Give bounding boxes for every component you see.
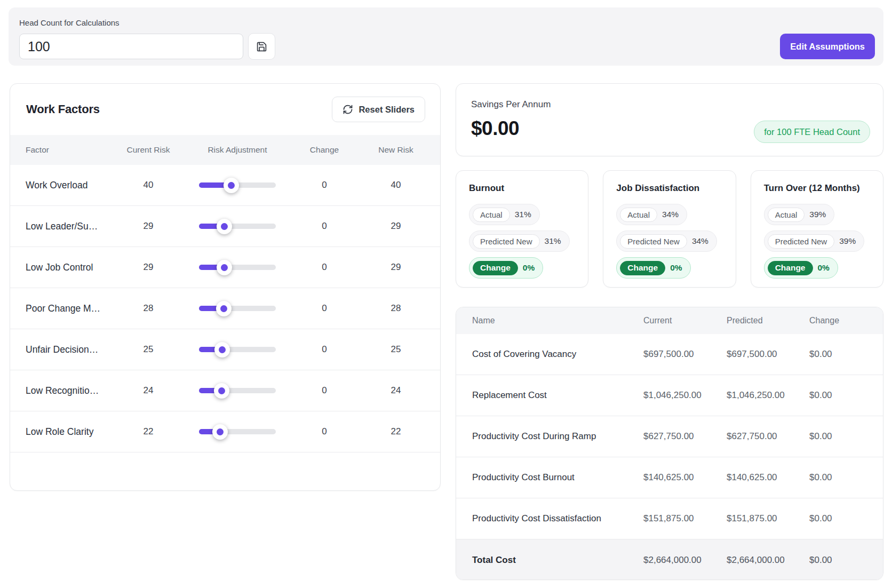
current-risk-value: 22	[119, 426, 178, 437]
risk-adjustment-slider[interactable]	[199, 260, 276, 275]
factor-name: Low Job Control	[10, 262, 119, 273]
actual-pill: Actual 34%	[616, 204, 687, 225]
work-factors-title: Work Factors	[26, 102, 100, 116]
edit-assumptions-button[interactable]: Edit Assumptions	[780, 34, 875, 59]
work-factors-header-row: Factor Curent Risk Risk Adjustment Chang…	[10, 135, 440, 165]
cost-change: $0.00	[809, 555, 883, 566]
metric-card: Job Dissatisfaction Actual 34% Predicted…	[603, 170, 736, 288]
cost-predicted: $2,664,000.00	[727, 555, 809, 566]
cost-change: $0.00	[809, 390, 883, 401]
work-factor-row: Unfair Decision… 25 0 25	[10, 329, 440, 370]
cost-row: Replacement Cost $1,046,250.00 $1,046,25…	[456, 375, 883, 416]
reset-sliders-label: Reset Sliders	[359, 105, 415, 115]
predicted-new-pill: Predicted New 39%	[764, 231, 865, 252]
change-value: 0%	[670, 263, 682, 273]
slider-thumb[interactable]	[217, 219, 232, 234]
actual-tag: Actual	[620, 208, 657, 222]
predicted-new-value: 34%	[692, 236, 708, 246]
col-predicted: Predicted	[727, 316, 809, 325]
change-value: 0%	[818, 263, 830, 273]
risk-adjustment-slider[interactable]	[199, 342, 276, 357]
slider-thumb[interactable]	[214, 342, 230, 357]
col-factor: Factor	[10, 145, 119, 155]
factor-name: Low Leader/Su…	[10, 221, 119, 232]
current-risk-value: 25	[119, 344, 178, 355]
new-risk-value: 29	[352, 262, 440, 273]
savings-card: Savings Per Annum $0.00 for 100 FTE Head…	[456, 83, 883, 156]
change-value: 0%	[523, 263, 535, 273]
metric-card: Turn Over (12 Months) Actual 39% Predict…	[751, 170, 883, 288]
new-risk-value: 25	[352, 344, 440, 355]
reset-sliders-button[interactable]: Reset Sliders	[332, 97, 425, 122]
new-risk-value: 28	[352, 303, 440, 314]
cost-row: Productivity Cost Burnout $140,625.00 $1…	[456, 457, 883, 498]
change-tag: Change	[473, 261, 518, 275]
change-tag: Change	[620, 261, 665, 275]
cost-table-header-row: Name Current Predicted Change	[456, 307, 883, 334]
cost-row: Cost of Covering Vacancy $697,500.00 $69…	[456, 334, 883, 375]
slider-thumb[interactable]	[212, 424, 228, 440]
savings-label: Savings Per Annum	[471, 99, 868, 110]
predicted-new-value: 39%	[839, 236, 856, 246]
col-change: Change	[297, 145, 352, 155]
cost-change: $0.00	[809, 513, 883, 524]
actual-value: 39%	[809, 210, 826, 219]
risk-adjustment-slider[interactable]	[199, 219, 276, 234]
work-factor-row: Poor Change M… 28 0 28	[10, 288, 440, 329]
actual-tag: Actual	[768, 208, 805, 222]
metric-title: Burnout	[469, 183, 575, 194]
predicted-new-pill: Predicted New 34%	[616, 231, 717, 252]
slider-thumb[interactable]	[216, 301, 232, 316]
slider-thumb[interactable]	[214, 383, 229, 399]
head-count-bar: Head Count for Calculations Edit Assumpt…	[9, 7, 883, 66]
work-factor-row: Low Recognitio… 24 0 24	[10, 370, 440, 411]
work-factor-row: Low Job Control 29 0 29	[10, 247, 440, 288]
cost-change: $0.00	[809, 472, 883, 483]
risk-adjustment-slider[interactable]	[199, 178, 276, 193]
change-value: 0	[297, 344, 352, 355]
col-name: Name	[456, 316, 643, 325]
cost-row: Productivity Cost Dissatisfaction $151,8…	[456, 498, 883, 539]
head-count-input[interactable]	[19, 34, 243, 59]
change-pill: Change 0%	[764, 257, 838, 279]
cost-change: $0.00	[809, 349, 883, 360]
work-factor-row: Work Overload 40 0 40	[10, 165, 440, 206]
col-new-risk: New Risk	[352, 145, 440, 155]
work-factor-row: Low Leader/Su… 29 0 29	[10, 206, 440, 247]
predicted-new-tag: Predicted New	[620, 234, 687, 249]
predicted-new-tag: Predicted New	[768, 234, 835, 249]
slider-thumb[interactable]	[224, 178, 239, 193]
factor-name: Unfair Decision…	[10, 344, 119, 355]
change-tag: Change	[768, 261, 813, 275]
work-factors-card: Work Factors Reset Sliders Factor Curent…	[10, 83, 441, 491]
save-button[interactable]	[248, 33, 275, 60]
change-value: 0	[297, 385, 352, 396]
metric-title: Turn Over (12 Months)	[764, 183, 870, 194]
cost-name: Productivity Cost Burnout	[456, 472, 643, 483]
change-value: 0	[297, 221, 352, 232]
predicted-new-value: 31%	[545, 236, 561, 246]
cost-predicted: $1,046,250.00	[727, 390, 809, 401]
risk-adjustment-slider[interactable]	[199, 424, 276, 440]
actual-value: 31%	[515, 210, 531, 219]
col-current-risk: Curent Risk	[119, 145, 178, 155]
factor-name: Poor Change M…	[10, 303, 119, 314]
col-risk-adjustment: Risk Adjustment	[178, 145, 297, 155]
risk-adjustment-slider[interactable]	[199, 301, 276, 316]
cost-current: $2,664,000.00	[643, 555, 727, 566]
risk-adjustment-slider[interactable]	[199, 383, 276, 399]
slider-thumb[interactable]	[217, 260, 232, 275]
cost-current: $151,875.00	[643, 513, 727, 524]
cost-name: Cost of Covering Vacancy	[456, 349, 643, 360]
metric-card: Burnout Actual 31% Predicted New 31% Cha…	[456, 170, 588, 288]
factor-name: Low Recognitio…	[10, 385, 119, 396]
current-risk-value: 24	[119, 385, 178, 396]
actual-tag: Actual	[473, 208, 510, 222]
change-value: 0	[297, 426, 352, 437]
cost-name: Replacement Cost	[456, 390, 643, 401]
cost-table-card: Name Current Predicted Change Cost of Co…	[456, 307, 883, 580]
save-icon	[256, 41, 267, 52]
cost-current: $697,500.00	[643, 349, 727, 360]
factor-name: Low Role Clarity	[10, 426, 119, 438]
cost-current: $627,750.00	[643, 431, 727, 442]
